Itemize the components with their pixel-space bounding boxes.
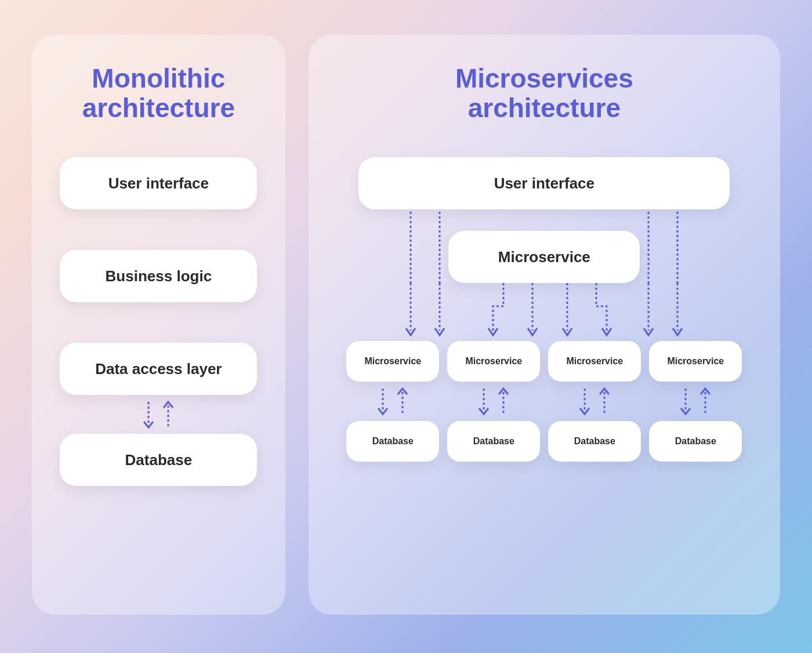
microservice-middle-box: Microservice (448, 231, 640, 283)
monolithic-panel: Monolithic architecture User interface B… (32, 35, 285, 615)
arrow-up-icon (496, 386, 511, 416)
monolithic-ui-box: User interface (60, 157, 257, 209)
microservice-box-3: Microservice (548, 341, 641, 382)
microservice-box-1: Microservice (346, 341, 439, 382)
database-box-1: Database (346, 421, 439, 462)
database-box-3: Database (548, 421, 641, 462)
arrow-up-icon (597, 386, 612, 416)
microservices-title: Microservices architecture (455, 64, 633, 122)
microservices-row: Microservice Microservice Microservice M… (329, 341, 760, 382)
arrow-down-icon (375, 386, 390, 416)
microservices-ui-box: User interface (358, 157, 730, 209)
monolithic-database-box: Database (60, 434, 257, 486)
arrow-up-icon (161, 400, 176, 430)
monolithic-stack: User interface Business logic Data acces… (60, 157, 257, 486)
db-arrow-group-3 (548, 386, 641, 416)
database-box-4: Database (649, 421, 742, 462)
monolithic-bidirectional-arrow (141, 398, 176, 430)
db-arrow-group-4 (649, 386, 742, 416)
arrow-down-icon (476, 386, 491, 416)
microservices-panel: Microservices architecture User interfac… (309, 35, 780, 615)
arrow-up-icon (698, 386, 713, 416)
microservice-box-4: Microservice (649, 341, 742, 382)
middle-to-services-arrows (358, 283, 730, 341)
monolithic-business-box: Business logic (60, 250, 257, 302)
monolithic-data-access-box: Data access layer (60, 343, 257, 395)
arrow-down-icon (577, 386, 592, 416)
arrow-up-icon (395, 386, 410, 416)
databases-row: Database Database Database Database (329, 421, 760, 462)
arrow-down-icon (141, 400, 156, 430)
db-arrow-group-1 (346, 386, 439, 416)
arrow-down-icon (678, 386, 693, 416)
microservice-box-2: Microservice (447, 341, 540, 382)
services-to-db-arrows (329, 386, 760, 416)
database-box-2: Database (447, 421, 540, 462)
distribute-arrows-icon (358, 283, 730, 341)
db-arrow-group-2 (447, 386, 540, 416)
monolithic-title: Monolithic architecture (82, 64, 235, 122)
microservices-content: User interface (329, 157, 760, 462)
